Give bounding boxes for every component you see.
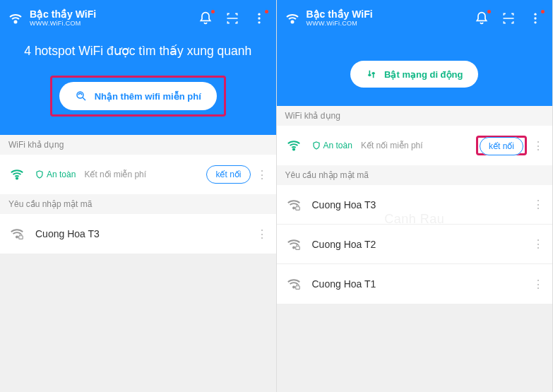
- brand: Bậc thầy WiFi WWW.WiFi.COM: [7, 9, 198, 27]
- network-name: Cuong Hoa T3: [35, 228, 100, 239]
- wifi-lock-icon: [284, 197, 304, 213]
- wifi-icon: [284, 138, 304, 153]
- row-menu-icon[interactable]: ⋮: [531, 237, 545, 251]
- app-subtitle: WWW.WiFi.COM: [307, 20, 373, 28]
- connect-button[interactable]: kết nối: [480, 137, 523, 155]
- search-wifi-icon: [75, 90, 88, 102]
- svg-point-4: [77, 92, 83, 98]
- wifi-lock-icon: [284, 276, 304, 292]
- password-list-right: Cuong Hoa T3 ⋮ Cuong Hoa T2 ⋮ Cuong Hoa …: [277, 185, 553, 304]
- screen-left: Bậc thầy WiFi WWW.WiFi.COM 4 hotspo: [0, 0, 277, 392]
- bell-icon[interactable]: [198, 11, 213, 25]
- svg-point-3: [258, 21, 260, 23]
- hero: Bật mạng di động: [284, 31, 546, 106]
- wifi-row[interactable]: Cuong Hoa T2 ⋮: [277, 225, 553, 264]
- svg-point-9: [534, 13, 536, 16]
- svg-rect-14: [295, 206, 299, 210]
- network-name: Cuong Hoa T3: [312, 199, 376, 210]
- available-list: An toàn Kết nối miễn phí kết nối ⋮: [277, 126, 553, 165]
- network-name: Cuong Hoa T1: [312, 278, 376, 290]
- available-list: An toàn Kết nối miễn phí kết nối ⋮: [0, 155, 276, 194]
- svg-point-2: [258, 17, 260, 19]
- data-toggle-icon: [366, 69, 377, 80]
- svg-point-10: [534, 17, 536, 19]
- svg-point-15: [292, 247, 294, 248]
- app-title: Bậc thầy WiFi: [30, 9, 96, 20]
- row-menu-icon[interactable]: ⋮: [531, 139, 545, 153]
- app-subtitle: WWW.WiFi.COM: [30, 20, 96, 28]
- svg-point-17: [292, 286, 294, 287]
- highlight-cta: Nhận thêm wifi miễn phí: [50, 76, 226, 117]
- wifi-signal-icon: [284, 10, 301, 27]
- row-menu-icon[interactable]: ⋮: [255, 227, 269, 241]
- wifi-row[interactable]: Cuong Hoa T1 ⋮: [277, 264, 553, 304]
- wifi-row-free[interactable]: An toàn Kết nối miễn phí kết nối ⋮: [277, 126, 553, 165]
- free-connect-label: Kết nối miễn phí: [84, 170, 146, 179]
- svg-rect-7: [19, 236, 23, 239]
- wifi-row[interactable]: Cuong Hoa T3 ⋮: [0, 214, 276, 254]
- svg-point-11: [534, 21, 536, 23]
- hero: 4 hotspot WiFi được tìm thấy xung quanh …: [7, 31, 269, 135]
- row-menu-icon[interactable]: ⋮: [531, 278, 545, 291]
- section-password-label: Yêu cầu nhập mật mã: [0, 194, 276, 214]
- connect-button[interactable]: kết nối: [206, 165, 250, 184]
- safe-badge: An toàn: [312, 141, 352, 150]
- app-header: Bậc thầy WiFi WWW.WiFi.COM: [277, 0, 553, 106]
- row-menu-icon[interactable]: ⋮: [531, 198, 545, 211]
- password-list-left: Cuong Hoa T3 ⋮: [0, 214, 276, 254]
- section-password-label: Yêu cầu nhập mật mã: [277, 165, 553, 185]
- svg-point-6: [16, 236, 18, 237]
- svg-point-5: [16, 177, 18, 179]
- bell-icon[interactable]: [475, 11, 489, 25]
- scan-icon[interactable]: [225, 11, 239, 25]
- svg-point-12: [292, 148, 294, 150]
- highlight-connect: kết nối: [476, 136, 527, 155]
- wifi-icon: [7, 167, 27, 182]
- safe-badge: An toàn: [35, 170, 76, 179]
- hero-title: 4 hotspot WiFi được tìm thấy xung quanh: [17, 44, 259, 59]
- wifi-lock-icon: [284, 237, 304, 252]
- app-title: Bậc thầy WiFi: [307, 9, 373, 20]
- cta-label: Bật mạng di động: [384, 69, 463, 80]
- cta-label: Nhận thêm wifi miễn phí: [95, 91, 201, 102]
- menu-dots-icon[interactable]: [252, 11, 266, 25]
- svg-rect-16: [295, 246, 299, 249]
- get-more-wifi-button[interactable]: Nhận thêm wifi miễn phí: [59, 82, 217, 110]
- network-name: Cuong Hoa T2: [312, 239, 376, 250]
- brand: Bậc thầy WiFi WWW.WiFi.COM: [284, 9, 475, 27]
- wifi-signal-icon: [7, 10, 24, 27]
- scan-icon[interactable]: [501, 11, 516, 25]
- app-header: Bậc thầy WiFi WWW.WiFi.COM 4 hotspo: [0, 0, 276, 135]
- enable-mobile-data-button[interactable]: Bật mạng di động: [350, 61, 478, 88]
- svg-point-0: [15, 21, 17, 23]
- section-available-label: WiFi khả dụng: [277, 106, 553, 126]
- row-menu-icon[interactable]: ⋮: [255, 168, 269, 182]
- svg-point-8: [291, 21, 293, 23]
- topbar: Bậc thầy WiFi WWW.WiFi.COM: [284, 6, 546, 31]
- svg-point-13: [292, 207, 294, 208]
- topbar: Bậc thầy WiFi WWW.WiFi.COM: [7, 6, 269, 31]
- screen-right: Bậc thầy WiFi WWW.WiFi.COM: [277, 0, 554, 392]
- menu-dots-icon[interactable]: [528, 11, 542, 25]
- wifi-row-free[interactable]: An toàn Kết nối miễn phí kết nối ⋮: [0, 155, 276, 194]
- wifi-lock-icon: [7, 226, 27, 242]
- wifi-row[interactable]: Cuong Hoa T3 ⋮: [277, 185, 553, 225]
- free-connect-label: Kết nối miễn phí: [361, 141, 423, 150]
- section-available-label: WiFi khả dụng: [0, 135, 276, 155]
- svg-rect-18: [295, 286, 299, 290]
- svg-point-1: [258, 13, 260, 16]
